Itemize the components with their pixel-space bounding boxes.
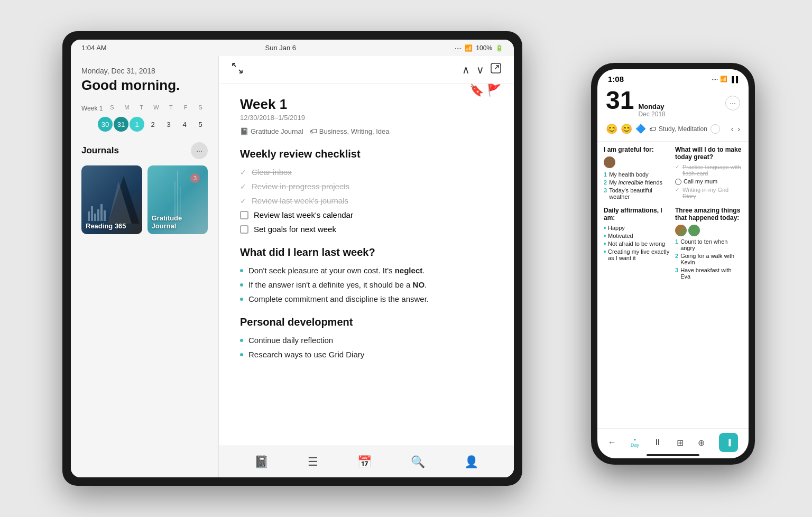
phone-month-year: Dec 2018 (638, 110, 665, 119)
nav-search-icon[interactable]: 🔍 (411, 455, 425, 469)
tablet-bottom-nav: 📓 ☰ 📅 🔍 👤 (219, 446, 514, 477)
day-cell-3[interactable]: 3 (161, 117, 176, 132)
red-flag-icon: 🚩 (487, 84, 501, 97)
learn-text-3: Complete commitment and discipline is th… (248, 294, 429, 303)
amazing-text-1: Count to ten when angry (680, 238, 742, 251)
journal-card-gratitude[interactable]: 3 Gratitude J (147, 165, 208, 234)
tablet-device: 1:04 AM Sun Jan 6 ···· 📶 100% 🔋 Monday, … (62, 31, 522, 486)
phone-home-indicator (647, 454, 699, 456)
personal-text-1: Continue daily reflection (248, 336, 333, 345)
week-days-header: S M T W T F S (105, 104, 208, 110)
amazing-item-1: 1 Count to ten when angry (675, 238, 742, 251)
tablet-wifi-icon: 📶 (465, 44, 473, 52)
phone-nav-arrows: ‹ › (731, 125, 740, 133)
checklist-text-1: Clear inbox (252, 168, 292, 177)
expand-button[interactable] (232, 62, 243, 77)
week-label: Week 1 (81, 105, 105, 112)
phone-day-num: 31 (606, 88, 634, 113)
journals-more-button[interactable]: ··· (191, 142, 208, 159)
grateful-item-3: 3 Today's beautiful weather (604, 187, 671, 200)
checkbox-4[interactable] (240, 211, 248, 219)
day-cell-2[interactable]: 2 (145, 117, 160, 132)
phone-bottom-bar: ← ● Day ⏸ ⊞ ⊕ ▐ (597, 428, 749, 458)
check-done-icon: ✓ (240, 168, 246, 177)
amazing-text-3: Have breakfast with Eva (680, 267, 742, 280)
checklist-item-4[interactable]: Review last week's calendar (240, 210, 493, 219)
journals-section: Journals ··· (81, 142, 208, 477)
day-cell-1[interactable]: 1 (130, 117, 144, 132)
today-item-2: Call my mum (675, 178, 742, 185)
tablet-content: Monday, Dec 31, 2018 Good morning. Week … (71, 56, 514, 477)
phone-wifi-icon: 📶 (720, 76, 727, 82)
affirmation-item-3: Not afraid to be wrong (604, 241, 671, 247)
share-button[interactable] (491, 63, 501, 76)
checklist-item-3: ✓ Review last week's journals (240, 196, 493, 205)
nav-up-button[interactable]: ∧ (462, 63, 470, 76)
day-cell-4[interactable]: 4 (177, 117, 192, 132)
learn-item-2: If the answer isn't a definite yes, it s… (240, 280, 493, 289)
phone-blue-bookmark: 🔷 (635, 124, 646, 134)
amazing-title: Three amazing things that happened today… (675, 207, 742, 221)
journal-card-reading[interactable]: Reading 365 (81, 165, 142, 234)
phone-pause-button[interactable]: ⏸ (653, 438, 662, 447)
main-scroll[interactable]: 🔖 🚩 Week 1 12/30/2018–1/5/2019 📓 Gratitu… (219, 84, 514, 446)
today-item-1: ✓ Practice language with flash-card (675, 164, 742, 177)
today-text-1: Practice language with flash-card (682, 164, 742, 177)
reading-chart (88, 204, 106, 221)
phone-circle-btn[interactable] (710, 124, 720, 134)
phone-teal-pill[interactable]: ▐ (719, 433, 738, 452)
day-cell-30[interactable]: 30 (98, 117, 113, 132)
week-calendar: Week 1 S M T W T F S (81, 104, 208, 132)
phone-cell-grateful: I am grateful for: 1 My health body 2 My… (604, 146, 671, 201)
phone-layers-button[interactable]: ⊕ (698, 438, 705, 448)
nav-profile-icon[interactable]: 👤 (464, 455, 478, 469)
nav-calendar-icon[interactable]: 📅 (357, 455, 372, 469)
nav-down-button[interactable]: ∨ (476, 63, 484, 76)
tablet-battery: 100% (476, 44, 492, 52)
phone-header: 31 Monday Dec 2018 ··· 😊 😊 🔷 🏷 (597, 84, 749, 141)
checklist-item-5[interactable]: Set goals for next week (240, 225, 493, 234)
entry-week-title: Week 1 (240, 96, 493, 113)
journal-icon: 📓 (240, 127, 248, 135)
more-icon: ··· (196, 146, 202, 155)
tablet-time: 1:04 AM (81, 44, 107, 52)
phone-grid-button[interactable]: ⊞ (677, 438, 684, 448)
phone-tags: Study, Meditation (659, 125, 707, 133)
check-done-icon-2: ✓ (240, 182, 246, 191)
today-title: What will I do to make today great? (675, 146, 742, 161)
checkbox-5[interactable] (240, 225, 248, 234)
phone-prev-button[interactable]: ‹ (731, 125, 734, 133)
amazing-item-2: 2 Going for a walk with Kevin (675, 253, 742, 265)
today-item-3: ✓ Writing in my Grid Diary (675, 187, 742, 199)
blue-bookmark-icon: 🔖 (469, 84, 484, 97)
phone-day-name: Monday (638, 103, 665, 110)
bullet-dot-1 (240, 269, 243, 272)
personal-bullet-2 (240, 353, 243, 356)
phone-cell-affirmations: Daily affirmations, I am: Happy Motivate… (604, 207, 671, 281)
nav-list-icon[interactable]: ☰ (308, 455, 318, 469)
journals-header: Journals ··· (81, 142, 208, 159)
phone-emoji-1: 😊 (606, 123, 617, 135)
nav-journal-icon[interactable]: 📓 (254, 455, 269, 469)
meta-tags: 🏷 Business, Writing, Idea (310, 127, 390, 135)
reading-triangle (108, 176, 140, 226)
learn-heading: What did I learn last week? (240, 246, 493, 258)
today-circle-check (675, 179, 681, 185)
affirmation-item-1: Happy (604, 225, 671, 231)
amazing-avatar-2 (688, 225, 700, 236)
bookmark-flags: 🔖 🚩 (469, 84, 501, 97)
phone-next-button[interactable]: › (737, 125, 740, 133)
phone-time: 1:08 (608, 75, 624, 84)
phone-device: 1:08 ···· 📶 ▐▐ 31 Monday Dec 2018 (591, 63, 755, 465)
phone-back-button[interactable]: ← (608, 438, 616, 447)
tablet-signal: ···· (455, 44, 462, 52)
day-cell-31[interactable]: 31 (114, 117, 128, 132)
checklist-text-2: Review in-progress projects (252, 182, 349, 191)
phone-more-button[interactable]: ··· (725, 96, 740, 110)
phone-day-button[interactable]: ● Day (631, 437, 639, 448)
day-cell-5[interactable]: 5 (193, 117, 208, 132)
bullet-dot-2 (240, 283, 243, 287)
journals-grid: Reading 365 3 (81, 165, 208, 234)
personal-item-1: Continue daily reflection (240, 336, 493, 345)
tablet-main: ∧ ∨ (219, 56, 514, 477)
